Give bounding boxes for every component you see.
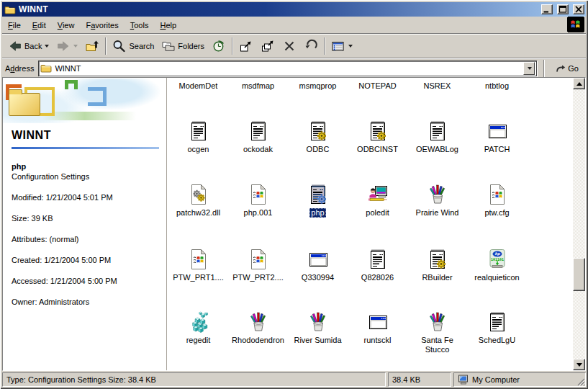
toolbar-search-button[interactable]: Search (109, 36, 158, 56)
file-item-prairie-wind[interactable]: Prairie Wind (407, 179, 467, 243)
toolbar-move-to-button[interactable] (235, 36, 257, 56)
scroll-up-button[interactable] (573, 78, 585, 89)
file-item-msmqprop[interactable]: msmqprop (288, 78, 348, 115)
file-label: realquieticon (473, 273, 520, 282)
address-dropdown-button[interactable] (523, 62, 535, 75)
file-item-notepad[interactable]: NOTEPAD (348, 78, 407, 115)
toolbar-delete-button[interactable] (279, 36, 300, 56)
text-doc-icon (247, 120, 270, 143)
file-label: ockodak (242, 145, 274, 154)
sidebar-detail-line: Accessed: 1/21/2004 5:00 PM (12, 277, 158, 285)
registry-cubes-icon (187, 310, 210, 334)
file-item-realquieticon[interactable]: realquieticon (467, 243, 527, 306)
windows-flag-icon (568, 17, 584, 32)
address-value: WINNT (55, 64, 81, 73)
file-label: NSREX (422, 81, 453, 91)
menu-tools[interactable]: Tools (125, 19, 155, 32)
windows-logo (567, 17, 584, 32)
file-item-php[interactable]: php (288, 179, 348, 243)
file-item-santa-fe-stucco[interactable]: Santa Fe Stucco (407, 306, 467, 354)
file-label: NOTEPAD (357, 81, 397, 91)
file-item-php-001[interactable]: php.001 (228, 179, 288, 243)
file-item-patch[interactable]: PATCH (467, 115, 527, 179)
scrollbar-thumb[interactable] (573, 258, 585, 291)
file-label: ocgen (186, 145, 211, 154)
toolbar-history-button[interactable] (208, 36, 230, 56)
address-label: Address (5, 64, 34, 73)
file-label: Rhododendron (230, 336, 286, 345)
app-window-icon (486, 120, 509, 143)
file-label: PATCH (483, 145, 512, 154)
file-item-ptw-prt1[interactable]: PTW_PRT1.... (168, 243, 228, 306)
file-item-msdfmap[interactable]: msdfmap (228, 78, 288, 115)
go-button[interactable]: Go (551, 62, 583, 75)
up-folder-icon (85, 39, 99, 53)
file-item-odbcinst[interactable]: ODBCINST (348, 115, 407, 179)
title-bar[interactable]: WINNT (2, 2, 586, 17)
address-input[interactable]: WINNT (38, 61, 537, 76)
file-item-ptw-prt2[interactable]: PTW_PRT2.... (228, 243, 288, 306)
vertical-scrollbar[interactable] (573, 78, 585, 370)
banner-folder-icon (9, 93, 40, 116)
file-item-q828026[interactable]: Q828026 (348, 243, 407, 306)
file-item-schedlgu[interactable]: SchedLgU (467, 306, 527, 354)
file-item-odbc[interactable]: ODBC (288, 115, 348, 179)
chevron-down-icon[interactable] (45, 45, 49, 48)
sidebar-details: Modified: 1/21/2004 5:01 PMSize: 39 KBAt… (3, 193, 166, 306)
file-label: Q828026 (360, 273, 395, 282)
file-item-regedit[interactable]: regedit (168, 306, 228, 354)
minimize-button[interactable] (541, 4, 553, 14)
page-win-icon (247, 248, 270, 271)
app-window-icon (307, 248, 330, 271)
toolbar-back-button[interactable]: Back (4, 36, 53, 56)
close-button[interactable] (573, 4, 584, 14)
file-item-ocgen[interactable]: ocgen (168, 115, 228, 179)
paint-cup-icon (247, 310, 270, 334)
file-label: msdfmap (240, 81, 276, 91)
maximize-button[interactable] (557, 4, 569, 14)
file-label: ptw.cfg (483, 208, 510, 218)
toolbar-folders-button[interactable]: Folders (158, 36, 208, 56)
file-label: RBuilder (420, 273, 453, 282)
text-doc-icon (426, 120, 449, 143)
search-icon (112, 39, 127, 53)
file-item-ptw-cfg[interactable]: ptw.cfg (467, 179, 527, 243)
toolbar-separator (232, 37, 233, 55)
file-item-patchw32-dll[interactable]: patchw32.dll (168, 179, 228, 243)
file-item-q330994[interactable]: Q330994 (288, 243, 348, 306)
file-item-oewablog[interactable]: OEWABLog (407, 115, 467, 179)
text-doc-gear-icon (307, 183, 330, 206)
file-item-rhododendron[interactable]: Rhododendron (228, 306, 288, 354)
sidebar-detail-line: Created: 1/21/2004 5:00 PM (12, 256, 158, 264)
menu-favorites[interactable]: Favorites (80, 19, 124, 32)
chevron-down-icon[interactable] (73, 45, 78, 48)
file-item-rbuilder[interactable]: RBuilder (407, 243, 467, 306)
file-item-runtsckl[interactable]: runtsckl (348, 306, 407, 354)
menu-help[interactable]: Help (154, 19, 182, 32)
menu-file[interactable]: File (2, 19, 27, 32)
sidebar-detail-line: Owner: Administrators (12, 298, 158, 306)
file-item-modemdet[interactable]: ModemDet (168, 78, 228, 115)
views-icon (331, 39, 345, 53)
menu-view[interactable]: View (52, 19, 81, 32)
file-item-nsrex[interactable]: NSREX (407, 78, 467, 115)
menu-edit[interactable]: Edit (27, 19, 52, 32)
toolbar-copy-to-button[interactable] (257, 36, 279, 56)
file-label: OEWABLog (415, 145, 460, 154)
toolbar-views-button[interactable] (327, 36, 356, 56)
toolbar-up-folder-button[interactable] (81, 36, 103, 56)
toolbar-forward-button[interactable] (53, 36, 81, 56)
folder-title: WINNT (12, 129, 166, 142)
paint-cup-icon (307, 310, 330, 334)
chevron-down-icon[interactable] (348, 45, 353, 48)
divider (12, 147, 159, 149)
file-item-ntbtlog[interactable]: ntbtlog (467, 78, 527, 115)
toolbar-undo-button[interactable] (300, 36, 322, 56)
resize-grip[interactable] (576, 377, 585, 386)
scroll-down-button[interactable] (573, 359, 585, 370)
file-item-ockodak[interactable]: ockodak (228, 115, 288, 179)
file-item-river-sumida[interactable]: River Sumida (288, 306, 348, 354)
text-doc-gear-icon (366, 120, 389, 143)
file-item-poledit[interactable]: poledit (348, 179, 407, 243)
file-label: poledit (364, 208, 390, 218)
